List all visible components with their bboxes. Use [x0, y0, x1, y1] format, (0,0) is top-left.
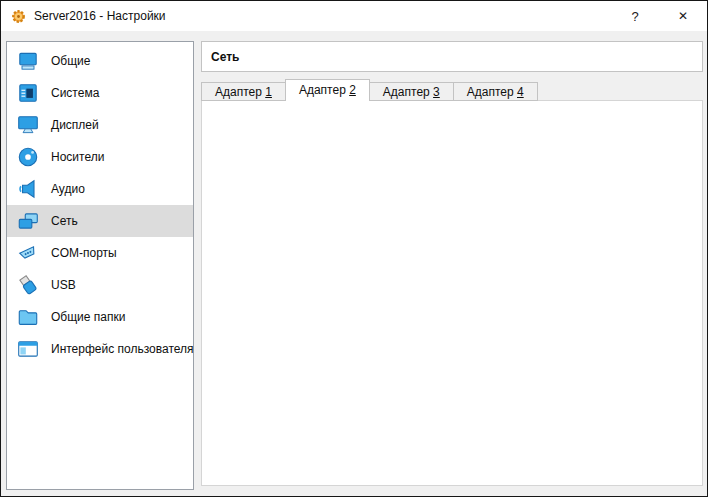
sidebar-item-label: COM-порты — [51, 246, 117, 260]
sidebar-item-general[interactable]: Общие — [7, 45, 193, 77]
sidebar-item-network[interactable]: Сеть — [7, 205, 193, 237]
adapter-tabs: Адаптер 1 Адаптер 2 Адаптер 3 Адаптер 4 — [201, 79, 538, 101]
sidebar-item-system[interactable]: Система — [7, 77, 193, 109]
general-icon — [16, 49, 40, 73]
help-button[interactable]: ? — [615, 1, 655, 31]
close-button[interactable]: ✕ — [663, 1, 703, 31]
storage-icon — [16, 145, 40, 169]
shared-folders-icon — [16, 305, 40, 329]
adapter-tab-panel — [201, 100, 703, 486]
sidebar-item-label: Аудио — [51, 182, 85, 196]
display-icon — [16, 113, 40, 137]
sidebar-item-shared-folders[interactable]: Общие папки — [7, 301, 193, 333]
settings-gear-icon — [10, 8, 27, 25]
sidebar-item-label: Общие папки — [51, 310, 125, 324]
tab-adapter-2[interactable]: Адаптер 2 — [285, 79, 370, 101]
system-icon — [16, 81, 40, 105]
sidebar-item-audio[interactable]: Аудио — [7, 173, 193, 205]
sidebar-item-user-interface[interactable]: Интерфейс пользователя — [7, 333, 193, 365]
sidebar-item-label: Интерфейс пользователя — [51, 342, 194, 356]
sidebar-item-com-ports[interactable]: COM-порты — [7, 237, 193, 269]
tab-adapter-4[interactable]: Адаптер 4 — [453, 82, 538, 101]
com-ports-icon — [16, 241, 40, 265]
usb-icon — [16, 273, 40, 297]
sidebar-item-label: Носители — [51, 150, 104, 164]
sidebar-item-usb[interactable]: USB — [7, 269, 193, 301]
audio-icon — [16, 177, 40, 201]
sidebar-item-label: USB — [51, 278, 76, 292]
sidebar-item-label: Дисплей — [51, 118, 99, 132]
vm-settings-window: Server2016 - Настройки ? ✕ Общие Система — [0, 0, 708, 497]
sidebar-item-display[interactable]: Дисплей — [7, 109, 193, 141]
sidebar-item-label: Система — [51, 86, 99, 100]
sidebar-item-storage[interactable]: Носители — [7, 141, 193, 173]
window-title: Server2016 - Настройки — [34, 9, 166, 23]
tab-adapter-1[interactable]: Адаптер 1 — [201, 82, 286, 101]
sidebar-item-label: Сеть — [51, 214, 78, 228]
tab-adapter-3[interactable]: Адаптер 3 — [369, 82, 454, 101]
user-interface-icon — [16, 337, 40, 361]
titlebar: Server2016 - Настройки ? ✕ — [1, 1, 707, 31]
section-header: Сеть — [201, 41, 703, 72]
sidebar-item-label: Общие — [51, 54, 90, 68]
settings-sidebar: Общие Система Дисплей — [6, 41, 194, 490]
network-icon — [16, 209, 40, 233]
section-title: Сеть — [211, 50, 239, 64]
